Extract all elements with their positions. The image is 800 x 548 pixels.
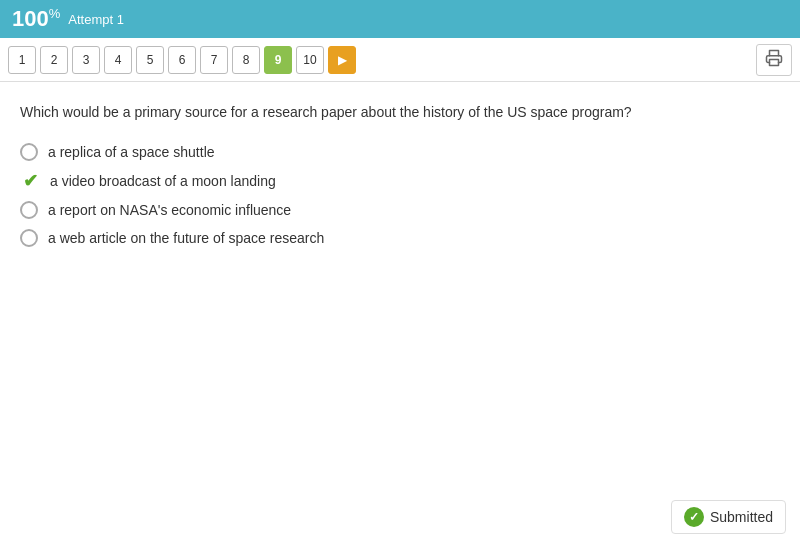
score-percent: % [49,6,61,21]
option-1-label: a replica of a space shuttle [48,144,215,160]
nav-bar: 1 2 3 4 5 6 7 8 9 10 ▶ [0,38,800,82]
question-text: Which would be a primary source for a re… [20,102,780,123]
option-2-label: a video broadcast of a moon landing [50,173,276,189]
nav-btn-7[interactable]: 7 [200,46,228,74]
submitted-badge: ✓ Submitted [671,500,786,534]
question-nav: 1 2 3 4 5 6 7 8 9 10 ▶ [8,46,356,74]
option-1[interactable]: a replica of a space shuttle [20,143,780,161]
print-button[interactable] [756,44,792,76]
radio-1 [20,143,38,161]
option-4[interactable]: a web article on the future of space res… [20,229,780,247]
svg-rect-0 [770,59,779,65]
nav-btn-5[interactable]: 5 [136,46,164,74]
answer-options: a replica of a space shuttle ✔ a video b… [20,143,780,247]
nav-btn-3[interactable]: 3 [72,46,100,74]
nav-btn-1[interactable]: 1 [8,46,36,74]
radio-4 [20,229,38,247]
score-number: 100 [12,6,49,31]
option-4-label: a web article on the future of space res… [48,230,324,246]
nav-btn-6[interactable]: 6 [168,46,196,74]
print-icon [765,49,783,71]
option-3-label: a report on NASA's economic influence [48,202,291,218]
option-2[interactable]: ✔ a video broadcast of a moon landing [20,171,780,191]
nav-btn-8[interactable]: 8 [232,46,260,74]
score-value: 100% [12,6,60,32]
submitted-check-icon: ✓ [684,507,704,527]
option-3[interactable]: a report on NASA's economic influence [20,201,780,219]
nav-btn-4[interactable]: 4 [104,46,132,74]
nav-btn-10[interactable]: 10 [296,46,324,74]
header: 100% Attempt 1 [0,0,800,38]
submitted-text: Submitted [710,509,773,525]
main-content: Which would be a primary source for a re… [0,82,800,548]
check-icon-2: ✔ [20,171,40,191]
nav-btn-9[interactable]: 9 [264,46,292,74]
nav-btn-2[interactable]: 2 [40,46,68,74]
radio-3 [20,201,38,219]
submitted-icon-mark: ✓ [689,510,699,524]
attempt-label: Attempt 1 [68,12,124,27]
nav-next-arrow[interactable]: ▶ [328,46,356,74]
